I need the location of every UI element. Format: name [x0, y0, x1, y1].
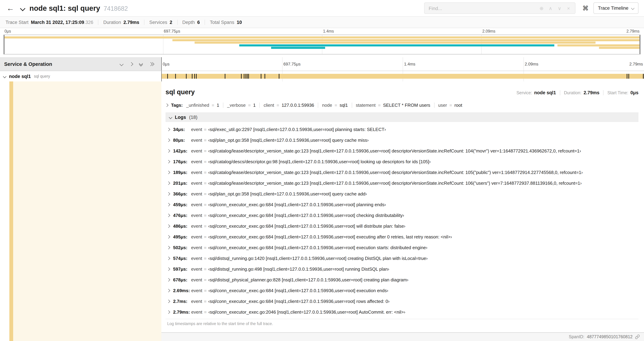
log-field-key: event — [191, 127, 202, 132]
log-row[interactable]: 574μs:event=‹sql/distsql_running.go:1420… — [166, 253, 638, 264]
log-row[interactable]: 189μs:event=‹sql/catalog/lease/descripto… — [166, 167, 638, 178]
collapse-trace-chevron-icon[interactable] — [20, 6, 25, 11]
chevron-right-icon — [167, 192, 170, 196]
minimap-span-bar — [239, 44, 554, 46]
tag-key: _unfinished — [186, 103, 209, 108]
equals-icon: = — [204, 181, 206, 186]
keyboard-shortcuts-button[interactable]: ⌘ — [582, 5, 588, 11]
log-field-value: ‹sql/catalog/lease/descriptor_version_st… — [208, 181, 582, 186]
log-row[interactable]: 476μs:event=‹sql/conn_executor_exec.go:6… — [166, 210, 638, 221]
span-name-column[interactable]: node sql1 sql query — [0, 71, 161, 82]
find-input[interactable] — [424, 3, 537, 14]
log-marker — [643, 74, 644, 79]
equals-icon: = — [378, 103, 381, 108]
back-button[interactable]: ← — [6, 4, 15, 12]
prev-result-icon[interactable]: ∧ — [546, 6, 555, 11]
span-collapse-icon[interactable] — [3, 75, 6, 78]
trace-view-label: Trace Timeline — [598, 6, 628, 11]
log-marker — [224, 74, 225, 79]
minimap-span-bar — [271, 47, 325, 49]
log-row[interactable]: 34μs:event=‹sql/exec_util.go:2297 [nsql1… — [166, 124, 638, 135]
logs-header[interactable]: Logs (18) — [166, 112, 638, 122]
log-row[interactable]: 495μs:event=‹sql/conn_executor_exec.go:6… — [166, 231, 638, 242]
log-marker — [196, 74, 197, 79]
log-row[interactable]: 486μs:event=‹sql/conn_executor_exec.go:6… — [166, 221, 638, 231]
log-field-value: ‹sql/plan_opt.go:358 [nsql1,client=127.0… — [208, 138, 369, 143]
expand-one-icon[interactable] — [130, 63, 132, 65]
minimap-scrubber-left[interactable] — [4, 35, 4, 54]
log-marker — [248, 74, 249, 79]
log-timestamp: 366μs: — [173, 191, 190, 196]
copy-link-icon[interactable] — [635, 334, 640, 339]
log-marker — [186, 74, 186, 79]
log-timestamp: 574μs: — [173, 256, 190, 261]
log-field-value: ‹sql/conn_executor_exec.go:684 [nsql1,cl… — [208, 223, 406, 229]
tag-key: node — [322, 103, 332, 108]
log-field-value: ‹sql/catalog/lease/descriptor_version_st… — [208, 148, 581, 154]
log-marker — [241, 74, 242, 79]
log-row[interactable]: 176μs:event=‹sql/catalog/descs/descripto… — [166, 156, 638, 167]
log-timestamp: 597μs: — [173, 266, 190, 272]
log-row[interactable]: 2.69ms:event=‹sql/conn_executor_exec.go:… — [166, 285, 638, 296]
equals-icon: = — [204, 288, 206, 293]
log-marker — [628, 74, 629, 79]
log-field-key: event — [191, 159, 202, 164]
log-marker — [175, 74, 176, 79]
log-row[interactable]: 142μs:event=‹sql/catalog/lease/descripto… — [166, 146, 638, 156]
expand-all-icon[interactable] — [149, 63, 154, 65]
span-timeline[interactable] — [161, 71, 644, 82]
span-color-strip — [9, 82, 13, 341]
span-detail-header: sql query Service:node sql1Duration:2.79… — [166, 88, 638, 96]
tick-label: 0μs — [4, 29, 11, 33]
log-row[interactable]: 366μs:event=‹sql/plan_opt.go:358 [nsql1,… — [166, 189, 638, 199]
log-marker — [261, 74, 262, 79]
summary-value: 2.79ms — [124, 20, 139, 25]
log-row[interactable]: 502μs:event=‹sql/conn_executor_exec.go:6… — [166, 242, 638, 253]
collapse-all-icon[interactable] — [140, 62, 142, 66]
chevron-down-icon — [631, 7, 634, 10]
equals-icon: = — [204, 223, 206, 229]
log-timestamp: 2.79ms: — [173, 309, 190, 315]
log-field-key: event — [191, 299, 202, 304]
log-field-key: event — [191, 148, 202, 154]
tag-value: sql1 — [340, 103, 348, 108]
log-row[interactable]: 80μs:event=‹sql/plan_opt.go:358 [nsql1,c… — [166, 135, 638, 146]
log-row[interactable]: 459μs:event=‹sql/conn_executor_exec.go:6… — [166, 199, 638, 210]
add-search-icon[interactable]: ⊕ — [537, 6, 546, 11]
next-result-icon[interactable]: ∨ — [555, 6, 564, 11]
log-row[interactable]: 2.7ms:event=‹sql/conn_executor_exec.go:6… — [166, 296, 638, 307]
equals-icon: = — [204, 148, 206, 154]
chevron-right-icon — [167, 138, 170, 142]
tags-row[interactable]: Tags: _unfinished=1_verbose=1client=127.… — [166, 103, 638, 108]
log-row[interactable]: 678μs:event=‹sql/distsql_physical_planne… — [166, 274, 638, 285]
log-row[interactable]: 2.79ms:event=‹sql/conn_executor_exec.go:… — [166, 307, 638, 317]
collapse-one-icon[interactable] — [120, 63, 123, 65]
trace-view-selector[interactable]: Trace Timeline — [594, 3, 638, 14]
minimap-labels: 0μs697.75μs1.4ms2.09ms2.79ms — [4, 29, 640, 35]
span-duration-bar[interactable] — [161, 74, 644, 79]
chevron-right-icon — [167, 149, 170, 153]
equals-icon: = — [276, 103, 279, 108]
clear-search-icon[interactable]: × — [564, 6, 573, 11]
minimap-canvas[interactable] — [4, 35, 640, 54]
logs-label: Logs — [175, 115, 186, 120]
equals-icon: = — [204, 245, 206, 250]
minimap-scrubber-right[interactable] — [640, 35, 640, 54]
detail-meta-value: 2.79ms — [584, 90, 600, 95]
log-timestamp: 201μs: — [173, 181, 190, 186]
equals-icon: = — [450, 103, 452, 108]
equals-icon: = — [204, 170, 206, 175]
trace-name: node sql1: sql query — [30, 4, 100, 12]
log-marker — [167, 74, 168, 79]
chevron-right-icon — [167, 203, 170, 206]
log-row[interactable]: 201μs:event=‹sql/catalog/lease/descripto… — [166, 178, 638, 189]
minimap-span-bar — [195, 42, 596, 44]
log-field-value: ‹sql/distsql_running.go:1420 [nsql1,clie… — [208, 256, 428, 261]
chevron-right-icon — [167, 160, 170, 163]
tick-label: 2.79ms — [626, 29, 640, 33]
span-row[interactable]: node sql1 sql query — [0, 71, 644, 82]
logs-list: 34μs:event=‹sql/exec_util.go:2297 [nsql1… — [166, 124, 638, 317]
zero-gridline-span — [161, 71, 162, 82]
log-timestamp: 142μs: — [173, 148, 190, 154]
log-row[interactable]: 597μs:event=‹sql/distsql_running.go:498 … — [166, 264, 638, 274]
